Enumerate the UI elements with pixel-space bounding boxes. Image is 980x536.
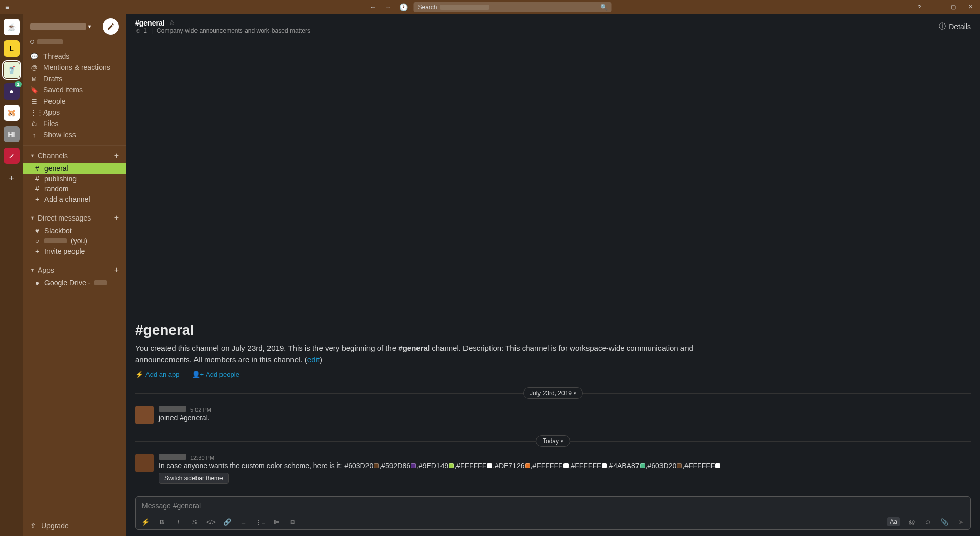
message-time: 5:02 PM (190, 407, 211, 413)
close-icon[interactable]: ✕ (966, 2, 975, 12)
message-row[interactable]: 12:30 PM In case anyone wants the custom… (135, 452, 971, 486)
caret-down-icon: ▼ (30, 267, 35, 273)
avatar[interactable] (135, 406, 154, 424)
username-redacted (159, 454, 186, 460)
history-icon[interactable]: 🕑 (399, 3, 408, 11)
username-redacted (159, 406, 186, 412)
sidebar-item-people[interactable]: ☰People (23, 95, 126, 107)
codeblock-icon[interactable]: ⧈ (288, 518, 297, 526)
color-swatch (640, 463, 645, 468)
messages-pane[interactable]: #general You created this channel on Jul… (126, 39, 980, 496)
sidebar-item-saved-items[interactable]: 🔖Saved items (23, 84, 126, 95)
workspace-icon[interactable]: ●1 (4, 83, 20, 100)
back-arrow-icon[interactable]: ← (369, 2, 378, 12)
code-icon[interactable]: </> (206, 518, 215, 526)
compose-icon (107, 22, 115, 31)
app-google-drive[interactable]: ● Google Drive - (23, 278, 126, 288)
add-dm-icon[interactable]: + (114, 213, 119, 223)
message-text: In case anyone wants the custom color sc… (159, 461, 971, 470)
channel-title[interactable]: #general (135, 19, 165, 27)
channel-general[interactable]: #general (23, 163, 126, 174)
channel-topic[interactable]: Company-wide announcements and work-base… (157, 27, 310, 34)
dm-header[interactable]: ▼ Direct messages + (23, 210, 126, 226)
star-icon[interactable]: ☆ (169, 19, 175, 27)
dm-self[interactable]: ○ (you) (23, 236, 126, 246)
upgrade-link[interactable]: ⇪ Upgrade (23, 516, 126, 536)
workspace-icon[interactable]: 🐹 (4, 105, 20, 121)
italic-icon[interactable]: I (174, 518, 183, 526)
channel-content: #general ☆ ☺ 1 | Company-wide announceme… (126, 14, 980, 536)
caret-down-icon: ▼ (30, 215, 35, 221)
channel-welcome: #general You created this channel on Jul… (135, 322, 971, 378)
add-people-link[interactable]: 👤+Add people (192, 371, 239, 378)
workspace-icon[interactable]: HI (4, 126, 20, 142)
channel-publishing[interactable]: #publishing (23, 174, 126, 184)
dm-slackbot[interactable]: ♥ Slackbot (23, 226, 126, 236)
forward-arrow-icon[interactable]: → (384, 2, 393, 12)
add-channel-link[interactable]: + Add a channel (23, 194, 126, 204)
sidebar-icon: 💬 (30, 53, 38, 60)
quote-icon[interactable]: ⊫ (272, 518, 281, 526)
color-swatch (602, 463, 607, 468)
add-channel-icon[interactable]: + (114, 151, 119, 160)
date-pill[interactable]: Today ▾ (536, 435, 570, 447)
add-app-icon[interactable]: + (114, 265, 119, 275)
channels-header[interactable]: ▼ Channels + (23, 148, 126, 163)
avatar[interactable] (135, 454, 154, 472)
sidebar-item-files[interactable]: 🗂Files (23, 118, 126, 129)
heart-icon: ♥ (34, 227, 40, 235)
send-icon[interactable]: ➤ (956, 518, 965, 526)
app-redacted (94, 280, 107, 285)
minimize-icon[interactable]: — (931, 2, 941, 12)
link-icon[interactable]: 🔗 (223, 518, 232, 526)
mention-icon[interactable]: @ (907, 518, 916, 526)
workspace-icon[interactable]: ⟋ (4, 148, 20, 164)
workspace-icon[interactable]: L (4, 40, 20, 57)
sidebar-item-drafts[interactable]: 🗎Drafts (23, 73, 126, 84)
bold-icon[interactable]: B (157, 518, 166, 526)
ordered-list-icon[interactable]: ≡ (239, 518, 248, 526)
message-row[interactable]: 5:02 PM joined #general. (135, 404, 971, 426)
sidebar-item-mentions-reactions[interactable]: @Mentions & reactions (23, 62, 126, 73)
hash-icon: # (34, 164, 40, 173)
format-toggle-icon[interactable]: Aa (887, 517, 900, 526)
hamburger-icon[interactable]: ≡ (5, 3, 9, 11)
sidebar-icon: 🔖 (30, 86, 38, 94)
caret-down-icon: ▼ (30, 153, 35, 158)
date-pill[interactable]: July 23rd, 2019 ▾ (523, 387, 583, 399)
bullet-list-icon[interactable]: ⋮≡ (255, 518, 264, 526)
workspace-header[interactable]: ▾ (23, 14, 126, 39)
sidebar-item-apps[interactable]: ⋮⋮⋮Apps (23, 107, 126, 118)
attach-icon[interactable]: 📎 (940, 518, 949, 526)
sidebar: ▾ 💬Threads@Mentions & reactions🗎Drafts🔖S… (23, 14, 126, 536)
message-input[interactable]: Message #general (136, 497, 970, 515)
details-button[interactable]: ⓘ Details (939, 22, 971, 31)
color-swatch (487, 463, 492, 468)
compose-button[interactable] (103, 18, 119, 35)
channel-random[interactable]: #random (23, 184, 126, 194)
strike-icon[interactable]: S (190, 518, 199, 526)
edit-description-link[interactable]: edit (307, 355, 320, 364)
workspace-icon[interactable]: ☕ (4, 19, 20, 35)
maximize-icon[interactable]: ▢ (949, 2, 958, 12)
lightning-icon[interactable]: ⚡ (141, 518, 150, 526)
help-icon[interactable]: ? (916, 2, 923, 12)
presence-row[interactable] (23, 39, 126, 47)
members-icon[interactable]: ☺ 1 (135, 27, 147, 34)
search-input[interactable]: Search 🔍 (414, 2, 612, 12)
welcome-title: #general (135, 322, 971, 338)
apps-header[interactable]: ▼ Apps + (23, 262, 126, 278)
notification-badge: 1 (15, 81, 21, 87)
add-workspace-icon[interactable]: + (9, 173, 14, 184)
message-text: joined #general. (159, 413, 971, 422)
color-swatch (449, 463, 454, 468)
emoji-icon[interactable]: ☺ (923, 518, 933, 526)
sidebar-item-threads[interactable]: 💬Threads (23, 51, 126, 62)
switch-theme-button[interactable]: Switch sidebar theme (159, 473, 229, 484)
add-app-link[interactable]: ⚡Add an app (135, 371, 180, 378)
date-separator: Today ▾ (135, 435, 971, 447)
channel-header: #general ☆ ☺ 1 | Company-wide announceme… (126, 14, 980, 39)
workspace-icon[interactable]: 🥤 (4, 62, 20, 78)
sidebar-item-show-less[interactable]: ↑Show less (23, 129, 126, 140)
invite-people-link[interactable]: + Invite people (23, 246, 126, 256)
